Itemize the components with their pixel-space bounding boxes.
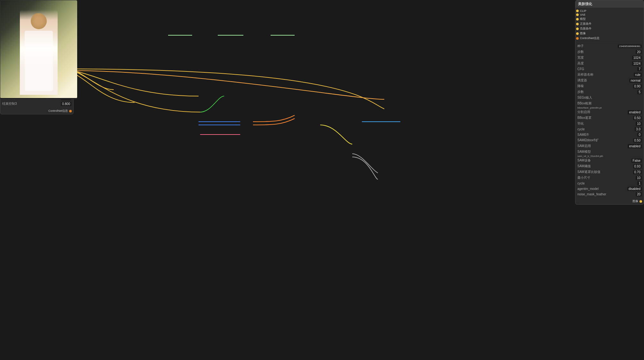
controlnet-loader-output: ControlNet信息 — [0, 108, 73, 114]
connections-overlay — [0, 0, 644, 360]
bottom-img-output3 — [0, 0, 77, 99]
beautify-params: 种子 234095369908391 步数 20 宽度 1024 高度 1024… — [577, 42, 642, 197]
beautify-node: 美肤强化 CLIP VAE 模型 正面条件 负面条件 图像 ControlN — [575, 0, 644, 205]
output-woman3-figure — [0, 0, 77, 98]
canvas: model: 组合模型改变加载 CheckSD1绘画真实LEOSAMsMoonF… — [0, 0, 644, 360]
beautify-content: CLIP VAE 模型 正面条件 负面条件 图像 ControlNet信息 — [575, 8, 644, 198]
beautify-output: 图像 — [575, 198, 644, 204]
output-woman3 — [0, 0, 77, 98]
controlnet-loader-output-port[interactable] — [69, 110, 72, 112]
beautify-header: 美肤强化 — [575, 0, 644, 8]
